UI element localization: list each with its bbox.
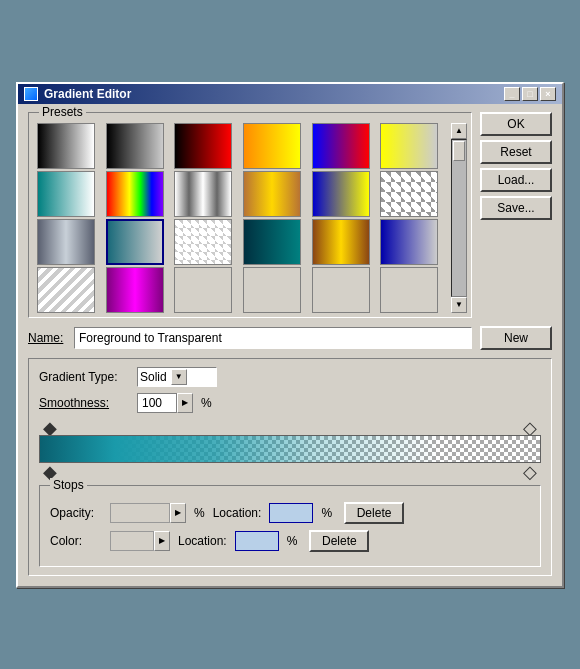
preset-swatch[interactable]: [312, 267, 370, 313]
name-row: Name: Foreground to Transparent New: [28, 326, 552, 350]
preset-swatch[interactable]: [380, 171, 438, 217]
preset-swatch[interactable]: [243, 123, 301, 169]
preset-swatch[interactable]: [312, 123, 370, 169]
color-swatch-input[interactable]: [110, 531, 154, 551]
color-location-unit: %: [287, 534, 298, 548]
color-spinner[interactable]: ▶: [154, 531, 170, 551]
preset-swatch[interactable]: [174, 171, 232, 217]
load-button[interactable]: Load...: [480, 168, 552, 192]
preset-swatch[interactable]: [243, 267, 301, 313]
new-button[interactable]: New: [480, 326, 552, 350]
color-location-input[interactable]: [235, 531, 279, 551]
dialog-body: Presets: [18, 104, 562, 586]
preset-swatch[interactable]: [312, 171, 370, 217]
scroll-up-button[interactable]: ▲: [451, 123, 467, 139]
dialog-icon: [24, 87, 38, 101]
scroll-thumb[interactable]: [453, 141, 465, 161]
gradient-editor-dialog: Gradient Editor _ □ × Presets: [16, 82, 564, 588]
title-bar-buttons: _ □ ×: [504, 87, 556, 101]
save-button[interactable]: Save...: [480, 196, 552, 220]
dropdown-arrow-icon[interactable]: ▼: [171, 369, 187, 385]
stops-label: Stops: [50, 478, 87, 492]
preset-swatch[interactable]: [37, 219, 95, 265]
presets-label: Presets: [39, 105, 86, 119]
opacity-label: Opacity:: [50, 506, 102, 520]
dialog-title: Gradient Editor: [44, 87, 131, 101]
stops-group: Stops Opacity: ▶ % Location: % Delete: [39, 485, 541, 567]
gradient-type-label: Gradient Type:: [39, 370, 129, 384]
presets-group: Presets: [28, 112, 472, 318]
smoothness-label: Smoothness:: [39, 396, 129, 410]
title-bar: Gradient Editor _ □ ×: [18, 84, 562, 104]
opacity-unit: %: [194, 506, 205, 520]
preset-swatch[interactable]: [380, 219, 438, 265]
ok-button[interactable]: OK: [480, 112, 552, 136]
color-label: Color:: [50, 534, 102, 548]
gradient-settings: Gradient Type: Solid ▼ Smoothness: 100 ▶…: [28, 358, 552, 576]
opacity-location-label: Location:: [213, 506, 262, 520]
color-delete-button[interactable]: Delete: [309, 530, 369, 552]
right-buttons: OK Reset Load... Save...: [480, 112, 552, 318]
preset-swatch[interactable]: [37, 267, 95, 313]
preset-swatch[interactable]: [106, 219, 164, 265]
opacity-row: Opacity: ▶ % Location: % Delete: [50, 502, 530, 524]
color-location-label: Location:: [178, 534, 227, 548]
smoothness-row: Smoothness: 100 ▶ %: [39, 393, 541, 413]
title-bar-text: Gradient Editor: [24, 87, 131, 101]
opacity-location-input[interactable]: [269, 503, 313, 523]
top-section: Presets: [28, 112, 552, 318]
preset-swatch[interactable]: [243, 171, 301, 217]
gradient-type-dropdown[interactable]: Solid ▼: [137, 367, 217, 387]
preset-swatch[interactable]: [106, 123, 164, 169]
preset-swatch[interactable]: [380, 267, 438, 313]
gradient-bar-container: ◆ ◇ ◆ ◇: [39, 419, 541, 479]
scroll-down-button[interactable]: ▼: [451, 297, 467, 313]
preset-swatch[interactable]: [106, 171, 164, 217]
preset-swatch[interactable]: [312, 219, 370, 265]
maximize-button[interactable]: □: [522, 87, 538, 101]
close-button[interactable]: ×: [540, 87, 556, 101]
opacity-delete-button[interactable]: Delete: [344, 502, 404, 524]
opacity-location-unit: %: [321, 506, 332, 520]
opacity-value-input[interactable]: [110, 503, 170, 523]
color-row: Color: ▶ Location: % Delete: [50, 530, 530, 552]
preset-swatch[interactable]: [243, 219, 301, 265]
smoothness-input[interactable]: 100: [137, 393, 177, 413]
gradient-type-row: Gradient Type: Solid ▼: [39, 367, 541, 387]
color-stop-right[interactable]: ◇: [523, 463, 537, 481]
preset-swatch[interactable]: [174, 123, 232, 169]
preset-swatch[interactable]: [106, 267, 164, 313]
smoothness-unit: %: [201, 396, 212, 410]
preset-swatch[interactable]: [380, 123, 438, 169]
opacity-spinner[interactable]: ▶: [170, 503, 186, 523]
name-label: Name:: [28, 331, 66, 345]
preset-swatch[interactable]: [37, 171, 95, 217]
preset-swatch[interactable]: [37, 123, 95, 169]
preset-swatch[interactable]: [174, 219, 232, 265]
gradient-bar[interactable]: [39, 435, 541, 463]
minimize-button[interactable]: _: [504, 87, 520, 101]
reset-button[interactable]: Reset: [480, 140, 552, 164]
gradient-type-value: Solid: [140, 370, 167, 384]
name-input[interactable]: Foreground to Transparent: [74, 327, 472, 349]
preset-swatch[interactable]: [174, 267, 232, 313]
smoothness-spinner[interactable]: ▶: [177, 393, 193, 413]
